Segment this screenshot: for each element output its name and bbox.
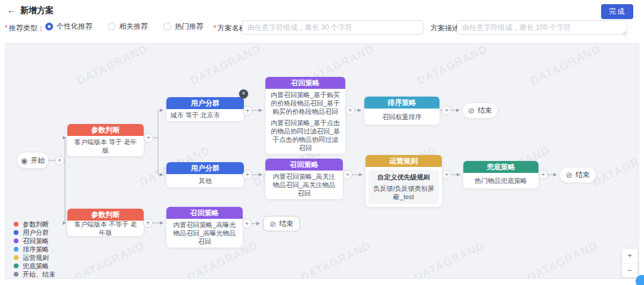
back-icon[interactable]: ← [7,5,16,15]
legend-label: 用户分群 [23,228,49,237]
legend-item: 兜底策略 [14,263,55,269]
end-icon: ⊘ [468,107,475,114]
end-node-3[interactable]: ⊘ 结束 [263,216,300,231]
add-node-button[interactable]: + [55,156,64,165]
new-plan-page: ← 新增方案 完成 *推荐类型： 个性化推荐相关推荐热门推荐 *方案名称： 方案… [0,0,644,285]
node-body: 客户端版本 等于 老年版 [67,136,144,156]
add-node-button[interactable]: + [143,218,153,228]
add-node-button[interactable]: + [242,219,252,228]
radio-unselected-icon[interactable] [108,23,116,30]
legend-item: 召回策略 [14,238,55,244]
start-node[interactable]: ◉ 开始 [17,153,48,168]
plan-form: *推荐类型： 个性化推荐相关推荐热门推荐 *方案名称： 方案描述： [0,18,644,38]
zoom-out-button[interactable]: − [622,264,637,278]
delete-node-icon[interactable]: × [239,89,248,98]
start-label: 开始 [30,156,45,166]
legend-dot [14,247,18,252]
radio-unselected-icon[interactable] [163,23,171,30]
rule-body: 负反馈/负反馈类别屏蔽_test [372,184,435,201]
top-bar: ← 新增方案 完成 [0,0,644,18]
legend-dot [14,230,18,235]
param-judge-node-2[interactable]: 参数判断 客户端版本 不等于 老年版 [67,209,144,236]
add-node-button[interactable]: + [243,170,252,179]
node-type-label: 用户分群 [166,97,244,109]
radio-label: 热门推荐 [175,21,203,32]
legend-label: 兜底策略 [23,262,49,271]
radio-label: 个性化推荐 [57,21,92,32]
end-label: 结束 [279,219,293,229]
legend-label: 开始、结束 [23,270,55,279]
node-type-label: 用户分群 [166,162,244,174]
end-icon: ⊘ [566,171,572,179]
add-node-button[interactable]: + [144,133,153,142]
legend-item: 开始、结束 [14,271,55,277]
legend-label: 排序策略 [23,245,49,254]
legend-item: 用户分群 [14,230,55,236]
add-node-button[interactable]: + [442,106,451,115]
sort-strategy-node[interactable]: 排序策略 召回权重排序 [364,97,439,125]
legend-item: 排序策略 [14,246,55,252]
legend-dot [14,222,18,227]
recall-strategy-node-1[interactable]: 召回策略 内置召回策略_基于购买的价格段物品召回_基于购买的价格段物品召回 内置… [265,77,345,154]
end-label: 结束 [478,106,492,116]
done-button[interactable]: 完成 [601,4,633,19]
end-icon: ⊘ [270,220,276,228]
legend-label: 参数判断 [23,220,49,229]
legend-dot [14,272,18,277]
node-body: 内置召回策略_基于点击的物品协同过滤召回_基于点击的物品协同过滤召回 [265,116,345,154]
add-node-button[interactable]: + [442,170,451,179]
recommend-type-radio-group: 个性化推荐相关推荐热门推荐 [45,21,203,32]
recall-strategy-node-2[interactable]: 召回策略 内置召回策略_高关注物品召回_高关注物品召回 [265,159,343,199]
end-label: 结束 [575,170,590,180]
legend-dot [14,264,18,268]
node-body: 内置召回策略_基于购买的价格段物品召回_基于购买的价格段物品召回 [265,89,345,116]
legend-item: 参数判断 [14,221,55,227]
plan-desc-input[interactable] [457,20,627,35]
add-node-button[interactable]: + [345,106,355,115]
recommend-type-radio-0[interactable]: 个性化推荐 [45,21,92,32]
legend-dot [14,238,18,243]
node-body: 召回权重排序 [364,109,439,125]
legend-label: 召回策略 [23,237,49,246]
user-segment-node-2[interactable]: 用户分群 其他 [166,162,244,187]
node-type-label: 召回策略 [166,207,243,219]
radio-selected-icon[interactable] [45,23,53,30]
node-type-label: 参数判断 [67,209,144,221]
node-type-label: 召回策略 [265,77,345,89]
legend-dot [14,255,18,260]
node-type-label: 兜底策略 [463,161,538,173]
required-mark: * [5,24,8,32]
node-type-label: 排序策略 [364,97,439,109]
rule-card: 自定义优先级规则 负反馈/负反馈类别屏蔽_test [369,170,439,204]
recall-strategy-node-3[interactable]: 召回策略 内置召回策略_高曝光物品召回_高曝光物品召回 [166,207,243,247]
add-node-button[interactable]: + [243,106,252,116]
legend-label: 运营规则 [23,253,49,262]
node-body: 客户端版本 不等于 老年版 [67,221,144,236]
recommend-type-radio-2[interactable]: 热门推荐 [163,21,203,32]
end-node-2[interactable]: ⊘ 结束 [560,168,596,182]
user-segment-node-1[interactable]: 用户分群 城市 等于 北京市 [166,97,244,121]
end-node-1[interactable]: ⊘ 结束 [463,103,497,118]
help-bubble-icon[interactable] [636,275,644,285]
page-title: 新增方案 [20,5,54,16]
node-body: 城市 等于 北京市 [166,109,244,121]
node-type-legend: 参数判断用户分群召回策略排序策略运营规则兜底策略开始、结束 [14,221,55,277]
add-node-button[interactable]: + [538,170,548,179]
node-body: 热门物品兜底策略 [463,173,538,188]
node-body: 其他 [166,174,244,187]
flow-canvas[interactable]: DATAGRANDDATAGRANDDATAGRANDDATAGRANDDATA… [5,43,639,279]
legend-item: 运营规则 [14,255,55,261]
fallback-strategy-node[interactable]: 兜底策略 热门物品兜底策略 [463,161,538,188]
node-body: 内置召回策略_高关注物品召回_高关注物品召回 [265,171,343,199]
operation-rule-node[interactable]: 运营规则 自定义优先级规则 负反馈/负反馈类别屏蔽_test [366,155,442,207]
start-icon: ◉ [21,157,27,165]
zoom-in-button[interactable]: + [622,249,637,263]
rule-title: 自定义优先级规则 [372,173,435,181]
recommend-type-radio-1[interactable]: 相关推荐 [108,21,148,32]
add-node-button[interactable]: + [343,170,352,179]
param-judge-node-1[interactable]: 参数判断 客户端版本 等于 老年版 [67,124,144,156]
node-type-label: 参数判断 [67,124,144,136]
zoom-controls: + − [622,249,637,277]
plan-name-input[interactable] [242,20,423,35]
radio-label: 相关推荐 [119,21,148,32]
